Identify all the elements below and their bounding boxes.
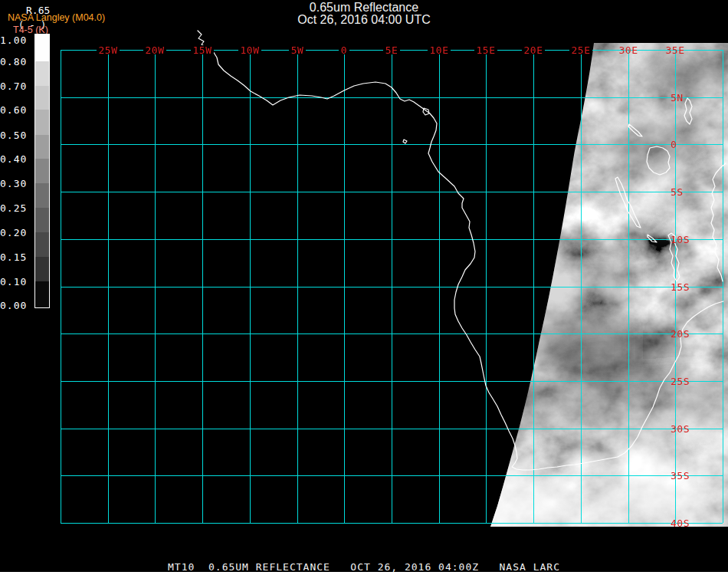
lat-label: 40S: [671, 518, 690, 529]
lon-label: 5E: [385, 44, 398, 56]
lon-label: 15W: [193, 44, 212, 56]
lon-label: 30E: [619, 44, 638, 56]
bottom-strip: [0, 572, 728, 575]
lon-label: 0: [341, 44, 347, 56]
footer-caption: MT10 0.65UM REFLECTANCE OCT 26, 2016 04:…: [0, 561, 728, 573]
lon-label: 20E: [524, 44, 543, 56]
lat-label: 0: [671, 139, 677, 150]
lon-label: 20W: [146, 44, 165, 56]
lat-label: 25S: [671, 376, 690, 387]
lat-label: 35S: [671, 470, 690, 481]
lat-label: 20S: [671, 328, 690, 340]
island-bioko: [423, 108, 429, 115]
lat-label: 15S: [671, 281, 690, 293]
map-canvas: 25W20W15W10W5W05E10E15E20E25E30E35E 5N05…: [0, 0, 728, 575]
lon-label: 15E: [477, 44, 496, 56]
lon-label: 10W: [241, 44, 260, 56]
lon-label: 25E: [572, 44, 591, 56]
lat-label: 10S: [671, 234, 690, 245]
lat-label: 5N: [671, 92, 684, 104]
lon-label: 25W: [99, 44, 118, 56]
lon-label: 35E: [666, 44, 685, 56]
satellite-product-screen: 0.65um Reflectance Oct 26, 2016 04:00 UT…: [0, 0, 728, 575]
lon-label: 5W: [291, 44, 304, 56]
lat-label: 30S: [671, 423, 690, 435]
lon-label: 10E: [430, 44, 449, 56]
lat-label: 5S: [671, 186, 684, 198]
island-principe: [403, 140, 407, 143]
